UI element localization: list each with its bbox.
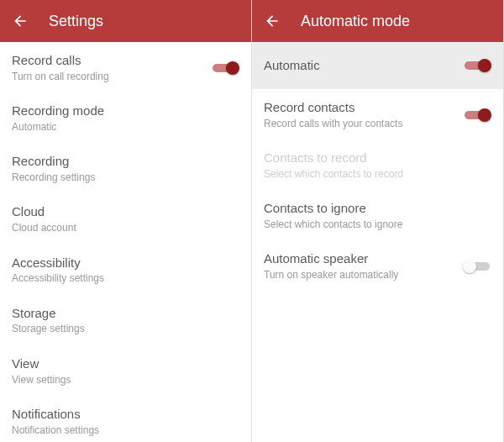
back-icon[interactable]: [12, 13, 29, 29]
toggle-automatic[interactable]: [463, 57, 491, 74]
item-sub: Automatic: [12, 121, 239, 133]
item-automatic-speaker[interactable]: Automatic speaker Turn on speaker automa…: [252, 240, 503, 291]
settings-header: Settings: [0, 0, 251, 42]
item-recording[interactable]: Recording Recording settings: [0, 143, 251, 193]
item-sub: Storage settings: [12, 323, 239, 334]
item-sub: Record calls with your contacts: [264, 118, 454, 129]
item-recording-mode[interactable]: Recording mode Automatic: [0, 92, 251, 143]
item-title: Storage: [12, 306, 239, 322]
item-title: Contacts to record: [264, 150, 491, 166]
item-cloud[interactable]: Cloud Cloud account: [0, 193, 251, 244]
item-storage[interactable]: Storage Storage settings: [0, 295, 251, 345]
item-title: Notifications: [12, 407, 239, 423]
item-sub: Turn on speaker automatically: [264, 269, 454, 281]
item-title: Automatic: [264, 58, 454, 74]
automatic-list: Automatic Record contacts Record calls w…: [252, 42, 503, 442]
item-title: Automatic speaker: [264, 251, 454, 267]
item-record-contacts[interactable]: Record contacts Record calls with your c…: [252, 89, 503, 139]
item-sub: Select which contacts to ignore: [264, 218, 491, 230]
item-sub: Select which contacts to record: [264, 168, 491, 180]
settings-screen: Settings Record calls Turn on call recor…: [0, 0, 252, 442]
item-title: View: [12, 356, 239, 372]
item-accessibility[interactable]: Accessibility Accessibility settings: [0, 245, 251, 295]
item-title: Recording mode: [12, 103, 239, 119]
automatic-mode-screen: Automatic mode Automatic Record contacts…: [252, 0, 504, 442]
settings-title: Settings: [49, 13, 103, 30]
item-notifications[interactable]: Notifications Notification settings: [0, 396, 251, 442]
back-icon[interactable]: [264, 13, 281, 29]
item-sub: Notification settings: [12, 424, 239, 436]
automatic-header: Automatic mode: [252, 0, 503, 42]
toggle-record-calls[interactable]: [211, 60, 239, 76]
item-automatic[interactable]: Automatic: [252, 42, 503, 89]
item-view[interactable]: View View settings: [0, 345, 251, 396]
automatic-title: Automatic mode: [301, 13, 410, 30]
item-title: Recording: [12, 154, 239, 170]
item-title: Record contacts: [264, 100, 454, 116]
item-record-calls[interactable]: Record calls Turn on call recording: [0, 42, 251, 92]
item-sub: View settings: [12, 374, 239, 386]
item-contacts-to-ignore[interactable]: Contacts to ignore Select which contacts…: [252, 190, 503, 240]
toggle-automatic-speaker[interactable]: [463, 258, 491, 275]
item-title: Cloud: [12, 204, 239, 220]
item-contacts-to-record: Contacts to record Select which contacts…: [252, 139, 503, 190]
item-title: Record calls: [12, 53, 202, 69]
toggle-record-contacts[interactable]: [463, 107, 491, 124]
item-sub: Turn on call recording: [12, 71, 202, 82]
item-title: Accessibility: [12, 255, 239, 271]
item-sub: Recording settings: [12, 171, 239, 183]
item-sub: Accessibility settings: [12, 272, 239, 284]
item-title: Contacts to ignore: [264, 201, 491, 217]
item-sub: Cloud account: [12, 222, 239, 234]
settings-list: Record calls Turn on call recording Reco…: [0, 42, 251, 442]
